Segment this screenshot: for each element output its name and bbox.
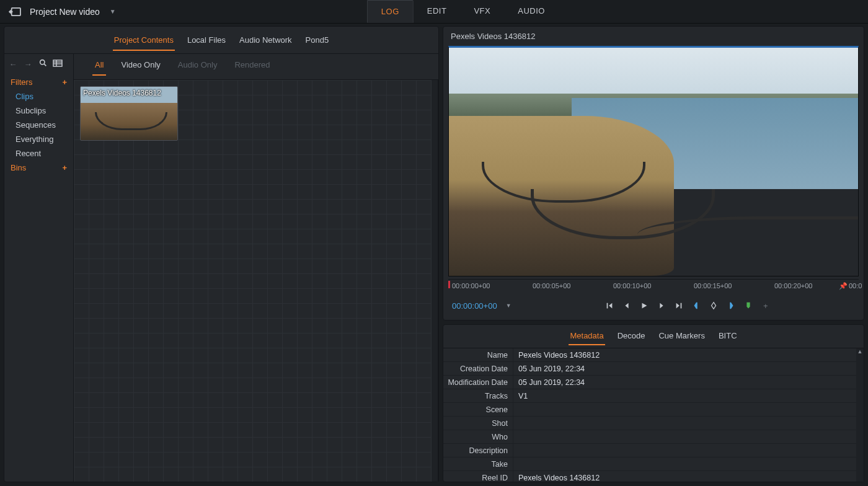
clip-thumbnail[interactable]: Pexels Videos 1436812 bbox=[80, 86, 178, 141]
step-forward-button[interactable] bbox=[656, 300, 667, 311]
metadata-label: Description bbox=[443, 446, 513, 455]
bins-header[interactable]: Bins + bbox=[7, 161, 71, 175]
metadata-value[interactable]: Pexels Videos 1436812 bbox=[513, 348, 864, 361]
nav-back-icon[interactable]: ← bbox=[8, 60, 18, 69]
timecode-dropdown-icon[interactable]: ▼ bbox=[506, 303, 512, 309]
metadata-row: Scene bbox=[443, 403, 864, 417]
viewer-image bbox=[449, 48, 858, 276]
playhead-icon[interactable] bbox=[448, 281, 450, 288]
grid-scrollbar[interactable] bbox=[432, 80, 438, 482]
add-bin-icon[interactable]: + bbox=[62, 163, 67, 172]
sidebar-item-recent[interactable]: Recent bbox=[7, 146, 71, 161]
filter-audio-only[interactable]: Audio Only bbox=[175, 59, 220, 76]
tab-audio[interactable]: AUDIO bbox=[504, 0, 559, 23]
svg-rect-2 bbox=[53, 60, 62, 66]
meta-tab-bitc[interactable]: BITC bbox=[717, 330, 738, 345]
view-mode-icon[interactable] bbox=[53, 60, 63, 69]
search-icon[interactable] bbox=[38, 59, 48, 69]
ruler-tick: 00:00:20+00 bbox=[774, 282, 812, 289]
go-end-button[interactable] bbox=[673, 300, 684, 311]
source-tabs: Project Contents Local Files Audio Netwo… bbox=[4, 27, 438, 54]
filter-video-only[interactable]: Video Only bbox=[118, 59, 162, 76]
add-marker-button[interactable] bbox=[743, 300, 754, 311]
step-back-button[interactable] bbox=[621, 300, 632, 311]
metadata-row: Reel IDPexels Videos 1436812 bbox=[443, 471, 864, 482]
viewer-panel: Pexels Videos 1436812 00:00:00+00 00:00:… bbox=[443, 26, 864, 320]
project-title[interactable]: Project New video bbox=[30, 7, 100, 17]
viewer-frame[interactable] bbox=[448, 46, 859, 276]
metadata-row: Modification Date05 Jun 2019, 22:34 bbox=[443, 376, 864, 389]
scroll-up-icon[interactable]: ▲ bbox=[856, 348, 864, 356]
ruler-tick: 00:00:05+00 bbox=[533, 282, 570, 289]
metadata-label: Modification Date bbox=[443, 378, 513, 387]
metadata-label: Shot bbox=[443, 419, 513, 428]
metadata-label: Scene bbox=[443, 405, 513, 414]
source-tab-pond5[interactable]: Pond5 bbox=[304, 33, 330, 51]
transport-bar: 00:00:00+00 ▼ + bbox=[448, 295, 859, 316]
metadata-panel: Metadata Decode Cue Markers BITC ▲ NameP… bbox=[443, 324, 864, 482]
svg-rect-0 bbox=[12, 7, 20, 15]
filter-rendered[interactable]: Rendered bbox=[232, 59, 272, 76]
add-filter-icon[interactable]: + bbox=[62, 77, 67, 87]
sidebar-item-everything[interactable]: Everything bbox=[7, 132, 71, 146]
metadata-body: ▲ NamePexels Videos 1436812Creation Date… bbox=[443, 348, 864, 482]
metadata-label: Take bbox=[443, 460, 513, 469]
sidebar-item-sequences[interactable]: Sequences bbox=[7, 118, 71, 132]
clip-grid[interactable]: Pexels Videos 1436812 bbox=[74, 80, 438, 482]
timeline-ruler[interactable]: 00:00:00+00 00:00:05+00 00:00:10+00 00:0… bbox=[448, 279, 859, 295]
add-button[interactable]: + bbox=[760, 300, 771, 311]
source-tab-local-files[interactable]: Local Files bbox=[186, 33, 227, 51]
ruler-tick: 00:00:10+00 bbox=[613, 282, 651, 289]
clip-thumbnail-label: Pexels Videos 1436812 bbox=[83, 89, 161, 97]
sidebar-item-subclips[interactable]: Subclips bbox=[7, 104, 71, 118]
metadata-row: Creation Date05 Jun 2019, 22:34 bbox=[443, 362, 864, 376]
metadata-label: Tracks bbox=[443, 392, 513, 400]
metadata-row: TracksV1 bbox=[443, 389, 864, 403]
metadata-label: Creation Date bbox=[443, 365, 513, 373]
filters-header[interactable]: Filters + bbox=[7, 75, 71, 89]
svg-rect-4 bbox=[730, 303, 731, 309]
meta-tab-decode[interactable]: Decode bbox=[616, 330, 647, 345]
metadata-label: Name bbox=[443, 351, 513, 360]
bins-label: Bins bbox=[11, 163, 26, 172]
source-tab-audio-network[interactable]: Audio Network bbox=[238, 33, 293, 51]
mark-in-button[interactable] bbox=[691, 300, 702, 311]
timecode[interactable]: 00:00:00+00 bbox=[448, 301, 497, 311]
metadata-value[interactable] bbox=[513, 430, 864, 443]
metadata-value[interactable]: V1 bbox=[513, 389, 864, 402]
mark-out-button[interactable] bbox=[725, 300, 737, 311]
meta-tab-cue-markers[interactable]: Cue Markers bbox=[657, 330, 706, 345]
clear-marks-button[interactable] bbox=[708, 300, 719, 311]
metadata-tabs: Metadata Decode Cue Markers BITC bbox=[443, 325, 864, 348]
metadata-value[interactable]: 05 Jun 2019, 22:34 bbox=[513, 362, 864, 375]
nav-forward-icon[interactable]: → bbox=[23, 60, 33, 69]
browser-sidebar: ← → Filters + Clips Subclips Sequences E… bbox=[4, 54, 74, 482]
metadata-row: NamePexels Videos 1436812 bbox=[443, 348, 864, 362]
source-tab-project-contents[interactable]: Project Contents bbox=[113, 33, 175, 51]
play-button[interactable] bbox=[639, 300, 650, 311]
metadata-row: Take bbox=[443, 457, 864, 471]
metadata-value[interactable]: 05 Jun 2019, 22:34 bbox=[513, 376, 864, 389]
pin-icon[interactable]: 📌 bbox=[839, 282, 848, 290]
tab-edit[interactable]: EDIT bbox=[414, 0, 461, 23]
metadata-value[interactable]: Pexels Videos 1436812 bbox=[513, 471, 864, 482]
tab-log[interactable]: LOG bbox=[367, 0, 414, 23]
metadata-label: Who bbox=[443, 433, 513, 441]
metadata-value[interactable] bbox=[513, 403, 864, 416]
workspace-tabs: LOG EDIT VFX AUDIO bbox=[367, 0, 559, 23]
meta-tab-metadata[interactable]: Metadata bbox=[569, 330, 604, 345]
metadata-value[interactable] bbox=[513, 444, 864, 457]
metadata-value[interactable] bbox=[513, 457, 864, 471]
back-button[interactable] bbox=[6, 4, 24, 19]
filters-label: Filters bbox=[11, 77, 32, 87]
metadata-scrollbar[interactable]: ▲ bbox=[856, 348, 864, 482]
filter-all[interactable]: All bbox=[92, 59, 106, 76]
metadata-row: Description bbox=[443, 444, 864, 457]
tab-vfx[interactable]: VFX bbox=[460, 0, 504, 23]
topbar: Project New video ▼ LOG EDIT VFX AUDIO bbox=[0, 0, 868, 24]
sidebar-item-clips[interactable]: Clips bbox=[7, 89, 71, 104]
metadata-row: Who bbox=[443, 430, 864, 444]
go-start-button[interactable] bbox=[604, 300, 615, 311]
project-dropdown-icon[interactable]: ▼ bbox=[110, 8, 116, 15]
metadata-value[interactable] bbox=[513, 417, 864, 430]
